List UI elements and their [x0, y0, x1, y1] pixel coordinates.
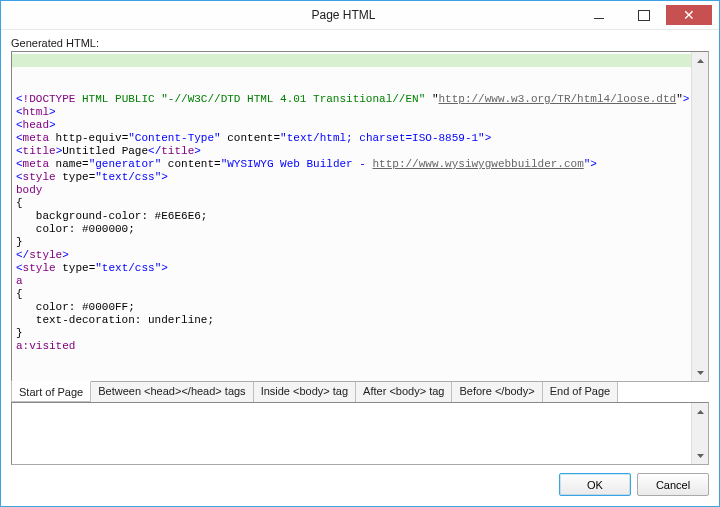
- scroll-up-button[interactable]: [692, 403, 708, 420]
- tab-end-of-page[interactable]: End of Page: [542, 382, 619, 403]
- close-icon: ✕: [683, 8, 695, 22]
- tab-start-of-page[interactable]: Start of Page: [11, 381, 91, 402]
- code-content[interactable]: <!DOCTYPE HTML PUBLIC "-//W3C//DTD HTML …: [12, 52, 691, 381]
- generated-html-label: Generated HTML:: [11, 37, 709, 49]
- custom-html-editor: [11, 402, 709, 465]
- vertical-scrollbar[interactable]: [691, 52, 708, 381]
- code-line: text-decoration: underline;: [16, 314, 687, 327]
- dialog-buttons: OK Cancel: [11, 473, 709, 496]
- code-lines: <!DOCTYPE HTML PUBLIC "-//W3C//DTD HTML …: [16, 93, 687, 353]
- window-title: Page HTML: [111, 8, 576, 22]
- editor-textarea[interactable]: [12, 403, 691, 464]
- scroll-down-button[interactable]: [692, 447, 708, 464]
- scroll-down-button[interactable]: [692, 364, 708, 381]
- window-controls: ✕: [576, 5, 719, 25]
- tab-after-body-tag[interactable]: After <body> tag: [355, 382, 452, 403]
- code-line: <style type="text/css">: [16, 171, 687, 184]
- tab-inside-body-tag[interactable]: Inside <body> tag: [253, 382, 356, 403]
- code-line: body: [16, 184, 687, 197]
- code-line: <head>: [16, 119, 687, 132]
- code-line: <style type="text/css">: [16, 262, 687, 275]
- code-line: }: [16, 236, 687, 249]
- code-line: background-color: #E6E6E6;: [16, 210, 687, 223]
- minimize-button[interactable]: [576, 5, 621, 25]
- tab-between-head-head-tags[interactable]: Between <head></head> tags: [90, 382, 253, 403]
- chevron-down-icon: [697, 454, 704, 458]
- code-line: </style>: [16, 249, 687, 262]
- insertion-point-tabs: Start of PageBetween <head></head> tagsI…: [11, 382, 709, 403]
- current-line-highlight: [12, 54, 691, 67]
- code-line: {: [16, 197, 687, 210]
- chevron-up-icon: [697, 410, 704, 414]
- chevron-up-icon: [697, 59, 704, 63]
- code-line: color: #000000;: [16, 223, 687, 236]
- dialog-window: Page HTML ✕ Generated HTML: <!DOCTYPE HT…: [0, 0, 720, 507]
- cancel-button[interactable]: Cancel: [637, 473, 709, 496]
- scroll-up-button[interactable]: [692, 52, 708, 69]
- title-bar[interactable]: Page HTML ✕: [1, 1, 719, 30]
- code-line: {: [16, 288, 687, 301]
- maximize-button[interactable]: [621, 5, 666, 25]
- scrollbar-track[interactable]: [692, 69, 708, 364]
- code-line: a:visited: [16, 340, 687, 353]
- code-line: a: [16, 275, 687, 288]
- client-area: Generated HTML: <!DOCTYPE HTML PUBLIC "-…: [1, 30, 719, 506]
- code-line: <meta http-equiv="Content-Type" content=…: [16, 132, 687, 145]
- code-line: <!DOCTYPE HTML PUBLIC "-//W3C//DTD HTML …: [16, 93, 687, 106]
- code-line: color: #0000FF;: [16, 301, 687, 314]
- code-line: <meta name="generator" content="WYSIWYG …: [16, 158, 687, 171]
- code-line: <html>: [16, 106, 687, 119]
- editor-scrollbar[interactable]: [691, 403, 708, 464]
- scrollbar-track[interactable]: [692, 420, 708, 447]
- code-line: <title>Untitled Page</title>: [16, 145, 687, 158]
- close-button[interactable]: ✕: [666, 5, 712, 25]
- tab-before-body[interactable]: Before </body>: [451, 382, 542, 403]
- chevron-down-icon: [697, 371, 704, 375]
- code-line: }: [16, 327, 687, 340]
- ok-button[interactable]: OK: [559, 473, 631, 496]
- generated-html-viewer: <!DOCTYPE HTML PUBLIC "-//W3C//DTD HTML …: [11, 51, 709, 382]
